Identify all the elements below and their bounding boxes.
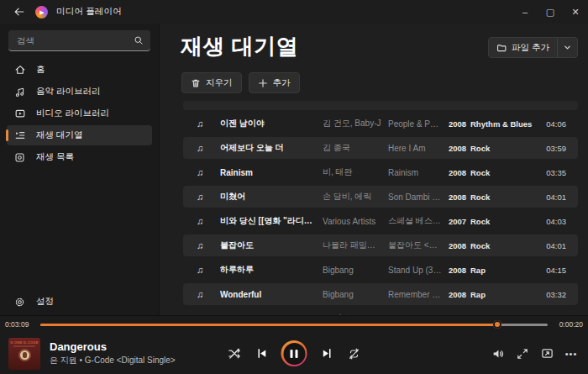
page-title: 재생 대기열 [181,32,298,61]
shuffle-off-icon [227,346,241,361]
sidebar-item-music-library[interactable]: 음악 라이브러리 [7,82,152,102]
table-row[interactable]: ♫ 비와 당신 [[영화 "라디오스타"]] Various Artists 스… [183,210,578,232]
table-row[interactable]: ♫ 하루하루 Bigbang Stand Up (3rd Mi... 2008 … [183,259,578,281]
chevron-down-icon [564,44,571,51]
sidebar-nav: 홈 음악 라이브러리 비디오 라이브러리 [7,60,152,167]
minimize-button[interactable]: – [512,0,538,24]
song-album: Rainism [388,168,449,177]
song-album: Remember <Digi... [388,290,449,299]
song-title: 어제보다 오늘 더 [220,142,323,154]
music-note-icon: ♫ [197,240,203,250]
sidebar-item-play-queue[interactable]: 재생 대기열 [7,125,152,145]
song-genre: Rock [470,241,541,250]
song-genre: Rock [470,192,541,202]
song-duration: 03:59 [541,144,566,153]
add-label: 추가 [273,77,291,89]
list-row-partial[interactable] [183,101,578,110]
repeat-button[interactable] [346,345,363,362]
album-art: G ONE D-CODE [8,338,40,370]
song-title: 붙잡아도 [220,240,323,251]
add-file-label: 파일 추가 [512,42,549,54]
table-row[interactable]: ♫ Rainism 비, 태완 Rainism 2008 Rock 03:35 [183,161,578,183]
playlist-icon [13,152,26,163]
pause-button[interactable] [281,340,307,366]
sidebar-item-label: 재생 대기열 [36,129,82,141]
now-playing-subtitle: 은 지원 • G-Code <Digital Single> [50,355,176,366]
song-artist: 손 담비, 에릭 [323,191,388,203]
clear-queue-button[interactable]: 지우기 [181,72,242,93]
table-row[interactable]: ♫ 이젠 남이야 김 건모, Baby-J People & People 20… [183,113,578,134]
song-album: Son Dambi Mini... [388,192,449,202]
song-album: People & People [388,119,449,129]
back-arrow-icon [13,6,25,18]
add-to-queue-button[interactable]: 추가 [249,72,300,93]
search-box[interactable] [8,30,150,51]
song-duration: 04:01 [541,241,566,250]
song-title: 하루하루 [220,264,323,276]
song-artist: 김 건모, Baby-J [323,118,388,129]
previous-button[interactable] [254,345,270,362]
song-artist: Bigbang [323,290,388,299]
clear-label: 지우기 [206,77,233,89]
song-artist: 김 종국 [323,142,388,154]
song-year: 2008 [449,119,470,129]
song-artist: 나몰라 패밀리, 네... [323,240,388,251]
add-file-split-button[interactable]: 파일 추가 [488,37,578,58]
selected-indicator [6,129,8,141]
titlebar: ▶ 미디어 플레이어 – ▢ ✕ [0,0,588,24]
sidebar-item-video-library[interactable]: 비디오 라이브러리 [7,103,152,124]
close-button[interactable]: ✕ [563,0,588,24]
sidebar-item-playlists[interactable]: 재생 목록 [7,147,152,167]
mini-player-button[interactable] [538,345,555,362]
song-genre: Rock [470,217,541,226]
song-year: 2008 [449,266,470,275]
gear-icon [13,297,26,308]
song-album: Stand Up (3rd Mi... [388,266,449,275]
volume-button[interactable] [490,345,507,362]
table-row[interactable]: ♫ 붙잡아도 나몰라 패밀리, 네... 붙잡아도 <Digital... 20… [183,234,578,256]
back-button[interactable] [12,4,27,19]
song-year: 2007 [449,217,470,226]
shuffle-button[interactable] [226,345,243,362]
maximize-button[interactable]: ▢ [538,0,563,24]
progress-thumb[interactable] [493,320,501,329]
table-row[interactable]: ♫ Dangerous 은 지원 G-Code <Digital... 2008… [183,308,578,315]
song-album: 스페셜 베스트 언... [388,215,449,227]
album-art-detail [13,345,35,347]
now-playing-title: Dangerous [50,340,176,354]
table-row[interactable]: ♫ 어제보다 오늘 더 김 종국 Here I Am 2008 Rock 03:… [183,137,578,159]
sidebar-item-label: 설정 [36,296,54,308]
table-row[interactable]: ♫ Wonderful Bigbang Remember <Digi... 20… [183,283,578,305]
song-artist: Bigbang [323,266,388,275]
video-icon [13,108,26,119]
queue-toolbar: 지우기 추가 [160,61,588,101]
more-options-button[interactable]: ••• [563,345,580,362]
now-playing-info[interactable]: G ONE D-CODE Dangerous 은 지원 • G-Code <Di… [8,338,176,370]
sidebar-item-home[interactable]: 홈 [7,60,152,80]
search-input[interactable] [15,34,129,46]
song-title: 이젠 남이야 [220,118,323,129]
table-row[interactable]: ♫ 미쳤어 손 담비, 에릭 Son Dambi Mini... 2008 Ro… [183,186,578,208]
song-year: 2008 [449,290,470,299]
previous-icon [255,347,268,360]
fullscreen-button[interactable] [514,345,531,362]
seek-bar[interactable] [40,320,548,329]
album-art-text: G ONE D-CODE [10,340,38,345]
expand-icon [517,348,528,360]
add-file-dropdown[interactable] [558,38,577,57]
trash-icon [191,78,201,88]
next-icon [320,347,333,360]
music-note-icon: ♫ [197,192,203,202]
volume-icon [491,347,505,361]
song-duration: 03:35 [541,168,566,177]
add-file-button[interactable]: 파일 추가 [489,38,557,57]
song-artist: 비, 태완 [323,166,388,178]
next-button[interactable] [318,345,335,362]
sidebar-item-settings[interactable]: 설정 [7,292,152,312]
song-duration: 04:01 [541,192,566,202]
song-year: 2008 [449,168,470,177]
sidebar-item-label: 홈 [36,64,45,76]
elapsed-time: 0:03:09 [5,320,34,329]
song-genre: Rhythm & Blues [470,119,541,129]
sidebar-item-label: 음악 라이브러리 [36,86,100,97]
